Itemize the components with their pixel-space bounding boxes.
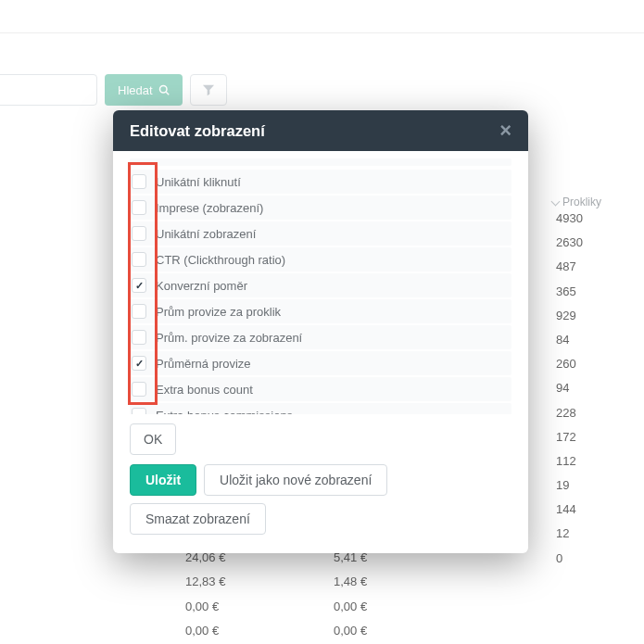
modal-footer: OK Uložit Uložit jako nové zobrazení Sma… <box>113 414 528 553</box>
option-row[interactable]: Extra bonus commissions <box>130 403 511 414</box>
ok-button[interactable]: OK <box>130 423 176 455</box>
option-row[interactable]: Prům provize za proklik <box>130 299 511 323</box>
option-label: Unikátní kliknutí <box>156 175 241 189</box>
checkbox[interactable] <box>132 330 146 345</box>
option-row[interactable]: Unikátní zobrazení <box>130 221 511 246</box>
checkbox[interactable] <box>132 278 146 293</box>
checkbox[interactable] <box>132 408 146 414</box>
checkbox[interactable] <box>132 226 146 241</box>
delete-view-button[interactable]: Smazat zobrazení <box>130 503 266 535</box>
option-label: Extra bonus commissions <box>156 409 293 415</box>
option-row[interactable]: Konverzní poměr <box>130 273 511 297</box>
option-label: Průměrná provize <box>156 357 251 371</box>
option-label: Imprese (zobrazení) <box>156 201 263 215</box>
checkbox[interactable] <box>132 382 146 397</box>
option-row[interactable]: Unikátní kliknutí <box>130 170 511 194</box>
modal-title: Editovat zobrazení <box>130 122 265 140</box>
option-label: Extra bonus count <box>156 383 253 397</box>
options-list: Unikátní kliknutíImprese (zobrazení)Unik… <box>130 170 511 414</box>
save-as-button[interactable]: Uložit jako nové zobrazení <box>204 464 387 496</box>
save-button[interactable]: Uložit <box>130 464 196 496</box>
truncated-row <box>130 158 511 166</box>
option-row[interactable]: Imprese (zobrazení) <box>130 196 511 220</box>
option-row[interactable]: Prům. provize za zobrazení <box>130 325 511 349</box>
checkbox[interactable] <box>132 200 146 215</box>
checkbox[interactable] <box>132 252 146 267</box>
option-label: Prům. provize za zobrazení <box>156 331 302 345</box>
modal-body: Unikátní kliknutíImprese (zobrazení)Unik… <box>113 151 528 414</box>
option-row[interactable]: Průměrná provize <box>130 351 511 375</box>
checkbox[interactable] <box>132 356 146 371</box>
modal-overlay: Editovat zobrazení × Unikátní kliknutíIm… <box>0 0 644 644</box>
modal-header: Editovat zobrazení × <box>113 110 528 151</box>
checkbox[interactable] <box>132 174 146 189</box>
option-label: Unikátní zobrazení <box>156 227 256 241</box>
close-icon[interactable]: × <box>499 120 511 141</box>
option-row[interactable]: Extra bonus count <box>130 377 511 401</box>
option-label: Konverzní poměr <box>156 279 247 293</box>
option-row[interactable]: CTR (Clickthrough ratio) <box>130 247 511 271</box>
option-label: CTR (Clickthrough ratio) <box>156 253 285 267</box>
checkbox[interactable] <box>132 304 146 319</box>
option-label: Prům provize za proklik <box>156 305 281 319</box>
edit-view-modal: Editovat zobrazení × Unikátní kliknutíIm… <box>113 110 528 553</box>
